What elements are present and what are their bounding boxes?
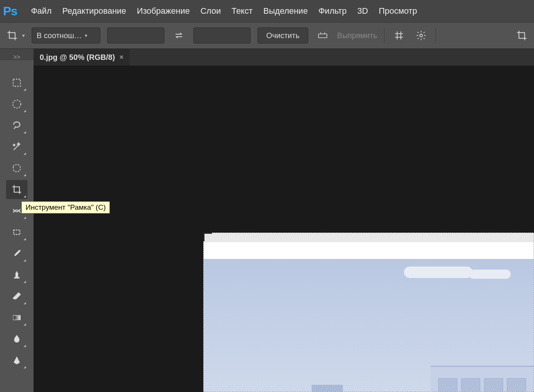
flyout-triangle-icon: [24, 345, 26, 347]
pen-tool[interactable]: [6, 351, 27, 370]
eraser-tool[interactable]: [6, 287, 27, 306]
menu-layers[interactable]: Слои: [200, 6, 221, 16]
rectangular-marquee-tool[interactable]: [6, 73, 27, 92]
crop-ratio-dropdown[interactable]: В соотнош… ▾: [32, 27, 100, 43]
canvas-content: [431, 366, 534, 392]
clear-button[interactable]: Очистить: [257, 27, 308, 43]
magic-wand-tool[interactable]: [6, 137, 27, 156]
artboard-tool[interactable]: [6, 223, 27, 242]
menu-bar: Ps Файл Редактирование Изображение Слои …: [0, 0, 534, 22]
brush-tool[interactable]: [6, 244, 27, 263]
swap-dimensions-button[interactable]: [171, 28, 187, 43]
flyout-triangle-icon: [24, 217, 26, 219]
canvas-content: [507, 378, 526, 392]
document-tab-title: 0.jpg @ 50% (RGB/8): [40, 53, 115, 62]
svg-point-3: [13, 100, 21, 108]
canvas-content: [204, 242, 534, 259]
flyout-triangle-icon: [24, 366, 26, 368]
crop-height-input[interactable]: [193, 27, 251, 43]
canvas-content: [469, 270, 511, 279]
menu-text[interactable]: Текст: [232, 6, 253, 16]
flyout-triangle-icon: [24, 238, 26, 240]
svg-rect-4: [14, 230, 20, 235]
svg-point-1: [420, 34, 422, 37]
flyout-triangle-icon: [24, 88, 26, 91]
flyout-triangle-icon: [24, 195, 26, 198]
collapse-glyph: >>: [13, 54, 21, 61]
svg-rect-5: [13, 315, 21, 320]
document-canvas[interactable]: [203, 233, 534, 392]
content-aware-crop-icon[interactable]: [514, 28, 529, 43]
svg-rect-0: [318, 34, 327, 38]
gear-icon[interactable]: [413, 28, 429, 43]
options-bar: ▾ В соотнош… ▾ Очистить Выпрямить: [0, 22, 534, 49]
canvas-content: [204, 259, 534, 392]
tool-palette: [0, 66, 34, 392]
lasso-tool[interactable]: [6, 116, 27, 135]
flyout-triangle-icon: [24, 259, 26, 262]
canvas-content: [312, 385, 343, 392]
tool-tooltip: Инструмент "Рамка" (C): [21, 201, 110, 214]
menu-3d[interactable]: 3D: [357, 6, 368, 16]
gradient-tool[interactable]: [6, 308, 27, 327]
canvas-content: [461, 378, 480, 392]
menu-filter[interactable]: Фильтр: [318, 6, 347, 16]
menu-select[interactable]: Выделение: [263, 6, 308, 16]
separator: [384, 28, 384, 43]
chevron-down-icon: ▾: [22, 32, 25, 39]
app-logo: Ps: [3, 4, 17, 18]
flyout-triangle-icon: [24, 302, 26, 304]
crop-handle-top-left[interactable]: [203, 232, 212, 241]
flyout-triangle-icon: [24, 153, 26, 155]
document-tab-bar: 0.jpg @ 50% (RGB/8) ×: [0, 49, 534, 66]
menu-file[interactable]: Файл: [31, 6, 51, 16]
blur-tool[interactable]: [6, 329, 27, 349]
ruler-corner: [0, 60, 34, 66]
crop-ratio-label: В соотнош…: [37, 31, 82, 40]
flyout-triangle-icon: [24, 131, 26, 133]
chevron-down-icon: ▾: [85, 32, 87, 39]
grid-overlay-icon[interactable]: [391, 28, 407, 43]
canvas-area[interactable]: [34, 66, 534, 392]
crop-icon: [5, 28, 20, 43]
close-icon[interactable]: ×: [119, 53, 124, 61]
current-tool-indicator[interactable]: ▾: [5, 28, 25, 43]
canvas-content: [484, 378, 503, 392]
separator: [436, 28, 436, 43]
flyout-triangle-icon: [24, 110, 26, 112]
object-selection-tool[interactable]: [6, 159, 27, 178]
straighten-icon[interactable]: [315, 28, 330, 43]
crop-tool[interactable]: [6, 180, 27, 199]
menu-image[interactable]: Изображение: [137, 6, 190, 16]
canvas-content: [438, 378, 457, 392]
canvas-content: [204, 233, 534, 242]
straighten-label[interactable]: Выпрямить: [337, 31, 377, 40]
crop-width-input[interactable]: [107, 27, 164, 43]
elliptical-marquee-tool[interactable]: [6, 95, 27, 114]
flyout-triangle-icon: [24, 281, 26, 283]
flyout-triangle-icon: [24, 174, 26, 176]
document-tab[interactable]: 0.jpg @ 50% (RGB/8) ×: [34, 49, 130, 66]
menu-view[interactable]: Просмотр: [379, 6, 417, 16]
canvas-content: [404, 267, 473, 278]
flyout-triangle-icon: [24, 323, 26, 326]
menu-edit[interactable]: Редактирование: [62, 6, 126, 16]
svg-rect-2: [13, 79, 21, 87]
clone-stamp-tool[interactable]: [6, 265, 27, 284]
tooltip-text: Инструмент "Рамка" (C): [26, 203, 106, 211]
